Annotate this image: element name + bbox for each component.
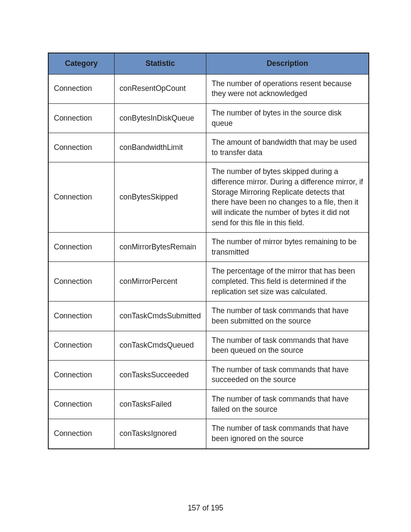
cell-description: The number of task commands that have be… [206, 331, 369, 360]
table-row: Connection conTaskCmdsSubmitted The numb… [48, 302, 369, 331]
table-row: Connection conMirrorPercent The percenta… [48, 262, 369, 302]
cell-category: Connection [48, 419, 114, 449]
cell-statistic: conBytesInDiskQueue [114, 103, 206, 133]
cell-description: The number of task commands that have be… [206, 302, 369, 331]
cell-category: Connection [48, 262, 114, 302]
header-statistic: Statistic [114, 53, 206, 74]
page-number: 157 of 195 [0, 504, 411, 513]
cell-statistic: conMirrorPercent [114, 262, 206, 302]
cell-statistic: conTasksIgnored [114, 419, 206, 449]
cell-category: Connection [48, 331, 114, 360]
cell-category: Connection [48, 74, 114, 103]
cell-category: Connection [48, 360, 114, 389]
table-row: Connection conTaskCmdsQueued The number … [48, 331, 369, 360]
cell-category: Connection [48, 390, 114, 419]
cell-statistic: conTaskCmdsQueued [114, 331, 206, 360]
cell-description: The number of operations resent because … [206, 74, 369, 103]
statistics-table: Category Statistic Description Connectio… [48, 53, 369, 449]
cell-description: The number of bytes in the source disk q… [206, 103, 369, 133]
table-row: Connection conTasksIgnored The number of… [48, 419, 369, 449]
cell-description: The number of task commands that have su… [206, 360, 369, 389]
table-header-row: Category Statistic Description [48, 53, 369, 74]
table-row: Connection conBytesSkipped The number of… [48, 162, 369, 233]
cell-statistic: conTasksFailed [114, 390, 206, 419]
header-category: Category [48, 53, 114, 74]
table-row: Connection conBytesInDiskQueue The numbe… [48, 103, 369, 133]
cell-statistic: conMirrorBytesRemain [114, 233, 206, 262]
page-container: Category Statistic Description Connectio… [0, 0, 411, 449]
cell-category: Connection [48, 103, 114, 133]
table-row: Connection conMirrorBytesRemain The numb… [48, 233, 369, 262]
table-row: Connection conBandwidthLimit The amount … [48, 133, 369, 162]
cell-description: The percentage of the mirror that has be… [206, 262, 369, 302]
cell-description: The amount of bandwidth that may be used… [206, 133, 369, 162]
cell-statistic: conTasksSucceeded [114, 360, 206, 389]
cell-description: The number of mirror bytes remaining to … [206, 233, 369, 262]
table-row: Connection conTasksSucceeded The number … [48, 360, 369, 389]
cell-statistic: conTaskCmdsSubmitted [114, 302, 206, 331]
table-row: Connection conResentOpCount The number o… [48, 74, 369, 103]
cell-statistic: conBandwidthLimit [114, 133, 206, 162]
cell-category: Connection [48, 233, 114, 262]
cell-description: The number of task commands that have be… [206, 419, 369, 449]
cell-category: Connection [48, 302, 114, 331]
cell-description: The number of task commands that have fa… [206, 390, 369, 419]
cell-description: The number of bytes skipped during a dif… [206, 162, 369, 233]
table-body: Connection conResentOpCount The number o… [48, 74, 369, 448]
cell-category: Connection [48, 162, 114, 233]
cell-statistic: conResentOpCount [114, 74, 206, 103]
cell-category: Connection [48, 133, 114, 162]
header-description: Description [206, 53, 369, 74]
cell-statistic: conBytesSkipped [114, 162, 206, 233]
table-row: Connection conTasksFailed The number of … [48, 390, 369, 419]
